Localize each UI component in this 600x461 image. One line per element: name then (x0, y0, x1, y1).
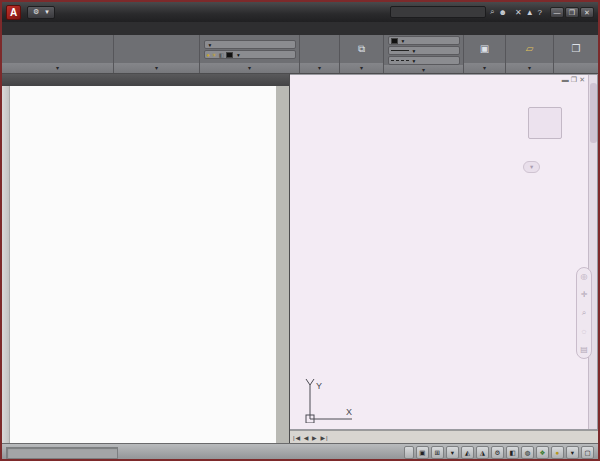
status-menu-chevron-icon[interactable]: ▾ (566, 446, 579, 459)
panel-block: ⧉ ▾ (340, 35, 384, 73)
lineweight-dropdown[interactable]: ▾ (388, 46, 460, 55)
ucs-x-label: X (346, 407, 352, 417)
quick-view-layouts-icon[interactable]: ▣ (416, 446, 429, 459)
panel-block-label[interactable]: ▾ (340, 63, 383, 73)
panel-clipboard-label (554, 63, 598, 73)
search-input[interactable] (390, 6, 486, 18)
panel-groups: ▣ ▾ (464, 35, 506, 73)
hardware-accel-icon[interactable]: ❖ (536, 446, 549, 459)
group-icon: ▣ (479, 44, 490, 54)
drawing-viewport[interactable]: ▬ ❐ ✕ ▾ ◎ ✛ ⌕ ◌ ▤ (290, 74, 598, 430)
layer-color-swatch (226, 52, 233, 58)
insert-block-icon: ⧉ (356, 44, 367, 54)
orbit-icon[interactable]: ◌ (582, 327, 587, 336)
layout-nav-arrows[interactable]: |◀ ◀ ▶ ▶| (293, 434, 329, 441)
status-bar-right: ▣ ⊞ ▾ ◭ ◮ ⚙ ◧ ◍ ❖ ● ▾ ▢ (404, 446, 594, 459)
palette-tool-grid (10, 86, 276, 443)
viewcube[interactable]: ▾ (509, 83, 581, 193)
panel-draw-label[interactable]: ▾ (2, 63, 113, 73)
measure-icon: ▱ (524, 44, 535, 54)
annotation-visibility-icon[interactable]: ◭ (461, 446, 474, 459)
coordinates-readout[interactable] (6, 447, 118, 459)
ribbon: ▾ ▾ ▾ ● ☀ ◧ ▾ ▾ (2, 35, 598, 74)
pan-icon[interactable]: ✛ (581, 290, 588, 299)
palette-tab-strip (276, 86, 289, 443)
text-tool[interactable] (307, 42, 333, 57)
infocenter: ⌕ ☻ ✕ ▲ ? — ❐ ✕ (390, 6, 594, 18)
panel-annotation-label[interactable]: ▾ (300, 63, 339, 73)
panel-properties-label[interactable]: ▾ (384, 65, 463, 73)
ribbon-tab-bar (2, 22, 598, 35)
tool-palettes-window (2, 74, 290, 443)
workspace-gear-icon[interactable]: ⚙ (491, 446, 504, 459)
panel-annotation: ▾ (300, 35, 340, 73)
color-dropdown[interactable]: ▾ (388, 36, 460, 45)
cleanscreen-icon[interactable]: ▢ (581, 446, 594, 459)
autoscale-icon[interactable]: ◮ (476, 446, 489, 459)
workspace-switcher[interactable]: ⚙ ▾ (27, 6, 55, 19)
viewcube-face-top[interactable] (528, 107, 562, 139)
panel-layers-label[interactable]: ▾ (200, 63, 299, 73)
panel-modify-label[interactable]: ▾ (114, 63, 199, 73)
viewcube-wcs-menu[interactable]: ▾ (523, 161, 540, 173)
palette-scrollbar[interactable] (2, 86, 10, 443)
panel-utilities-label[interactable]: ▾ (506, 63, 553, 73)
panel-properties: ▾ ▾ ▾ ▾ (384, 35, 464, 73)
group-tool[interactable]: ▣ (472, 42, 498, 57)
close-button[interactable]: ✕ (580, 7, 594, 18)
doc-close-button[interactable]: ✕ (579, 76, 585, 84)
linetype-icon (391, 60, 409, 61)
window-controls: — ❐ ✕ (550, 7, 594, 18)
toolbar-lock-icon[interactable]: ◧ (506, 446, 519, 459)
layer-config-dropdown[interactable]: ▾ (204, 40, 296, 49)
autocad-app-menu-icon[interactable]: A (6, 5, 21, 20)
panel-draw: ▾ (2, 35, 114, 73)
model-space-button[interactable] (404, 446, 414, 459)
panel-modify: ▾ (114, 35, 200, 73)
isolate-objects-icon[interactable]: ◍ (521, 446, 534, 459)
quick-view-drawings-icon[interactable]: ⊞ (431, 446, 444, 459)
clipboard-icon: ❐ (571, 44, 582, 54)
measure-tool[interactable]: ▱ (517, 42, 543, 57)
help-icon[interactable]: ? (538, 8, 542, 17)
annotation-scale-button[interactable]: ▾ (446, 446, 459, 459)
sun-icon: ☀ (212, 52, 217, 58)
performance-icon[interactable]: ● (551, 446, 564, 459)
color-swatch (391, 38, 398, 44)
minimize-button[interactable]: — (550, 7, 564, 18)
layout-tab-bar: |◀ ◀ ▶ ▶| (290, 430, 598, 443)
communication-center-icon[interactable]: ▲ (526, 8, 534, 17)
panel-utilities: ▱ ▾ (506, 35, 554, 73)
navigation-bar: ◎ ✛ ⌕ ◌ ▤ (576, 267, 592, 359)
lock-icon: ◧ (219, 52, 224, 58)
ucs-icon: Y X (300, 379, 362, 423)
full-nav-wheel-icon[interactable]: ◎ (581, 272, 588, 281)
panel-clipboard: ❐ (554, 35, 598, 73)
autocad-window: A ⚙ ▾ ⌕ ☻ ✕ ▲ ? — ❐ ✕ (0, 0, 600, 461)
insert-block-tool[interactable]: ⧉ (349, 42, 375, 57)
panel-layers: ▾ ● ☀ ◧ ▾ ▾ (200, 35, 300, 73)
layer-dropdown[interactable]: ● ☀ ◧ ▾ (204, 50, 296, 59)
search-binoculars-icon[interactable]: ⌕ (490, 7, 494, 17)
bulb-icon: ● (207, 52, 210, 58)
showmotion-icon[interactable]: ▤ (580, 345, 588, 354)
paste-tool[interactable]: ❐ (563, 42, 589, 57)
ucs-y-label: Y (316, 381, 322, 391)
doc-restore-button[interactable]: ❐ (571, 76, 577, 84)
chevron-down-icon: ▾ (45, 8, 49, 16)
zoom-icon[interactable]: ⌕ (582, 308, 586, 318)
status-bar: ▣ ⊞ ▾ ◭ ◮ ⚙ ◧ ◍ ❖ ● ▾ ▢ (2, 443, 598, 461)
linetype-dropdown[interactable]: ▾ (388, 56, 460, 65)
title-bar: A ⚙ ▾ ⌕ ☻ ✕ ▲ ? — ❐ ✕ (2, 2, 598, 22)
lineweight-icon (391, 50, 409, 51)
user-icon: ☻ (499, 8, 507, 17)
gear-icon: ⚙ (33, 8, 39, 16)
drawing-window-controls: ▬ ❐ ✕ (562, 76, 585, 84)
palette-title[interactable] (2, 74, 289, 86)
doc-minimize-button[interactable]: ▬ (562, 76, 569, 84)
panel-groups-label[interactable]: ▾ (464, 63, 505, 73)
restore-button[interactable]: ❐ (565, 7, 579, 18)
exchange-apps-icon[interactable]: ✕ (515, 8, 522, 17)
